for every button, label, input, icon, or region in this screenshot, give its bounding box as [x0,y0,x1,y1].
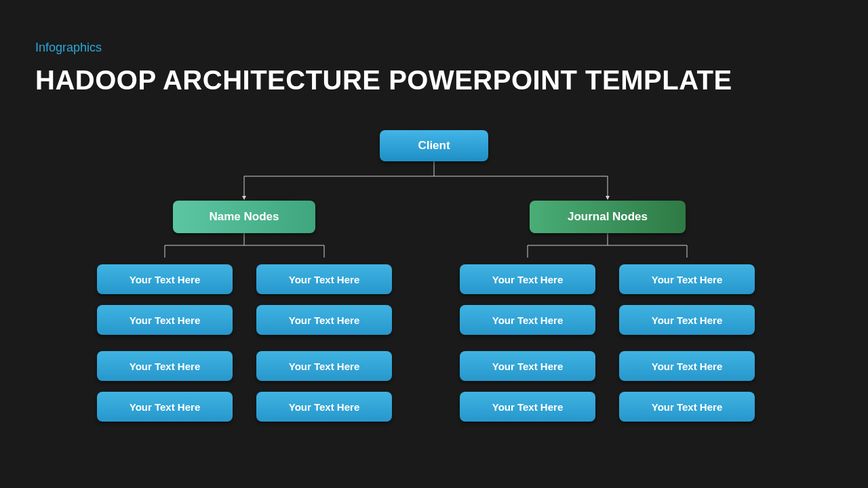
node-name-nodes: Name Nodes [173,201,315,233]
leaf-item: Your Text Here [460,305,595,335]
leaf-item: Your Text Here [619,305,755,335]
leaf-item: Your Text Here [256,392,392,422]
leaf-item: Your Text Here [619,392,755,422]
leaf-item: Your Text Here [619,264,755,294]
leaf-item: Your Text Here [256,351,392,381]
leaf-item: Your Text Here [97,351,233,381]
leaf-item: Your Text Here [97,305,233,335]
page-title: HADOOP ARCHITECTURE POWERPOINT TEMPLATE [35,65,732,96]
subtitle: Infographics [35,41,102,55]
leaf-item: Your Text Here [256,264,392,294]
leaf-item: Your Text Here [460,351,595,381]
leaf-item: Your Text Here [97,392,233,422]
leaf-item: Your Text Here [460,264,595,294]
node-client: Client [380,130,488,161]
leaf-item: Your Text Here [97,264,233,294]
leaf-item: Your Text Here [460,392,595,422]
node-journal-nodes: Journal Nodes [530,201,686,233]
leaf-item: Your Text Here [619,351,755,381]
leaf-item: Your Text Here [256,305,392,335]
